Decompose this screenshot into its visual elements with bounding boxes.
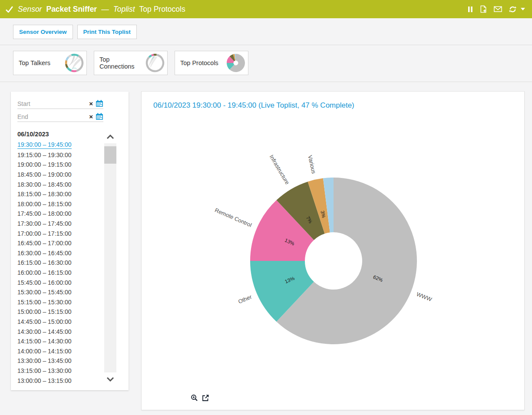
breadcrumb-separator: — [101,5,109,14]
clear-end-icon[interactable]: × [89,113,93,120]
scroll-up-icon[interactable] [104,130,116,143]
check-icon [6,6,13,13]
chord-diagram-icon [64,53,84,73]
ring-segment [152,55,154,55]
time-range-item[interactable]: 15:15:00 – 15:30:00 [17,297,100,307]
toplist-tabs: Top Talkers Top Connections Top Protocol… [13,51,248,75]
scroll-down-icon[interactable] [104,372,116,385]
time-range-item[interactable]: 16:00:00 – 16:15:00 [17,268,100,278]
donut-chart-icon [226,53,246,73]
time-range-item[interactable]: 13:15:00 – 13:30:00 [17,366,100,376]
ring-segment [67,68,71,71]
clear-start-icon[interactable]: × [89,100,93,107]
ring-segment [72,55,79,56]
email-icon[interactable] [494,6,502,12]
ring-segment [66,64,67,68]
ring-segment [149,56,152,57]
tab-top-talkers[interactable]: Top Talkers [13,51,87,75]
ring-segment [72,71,76,71]
section-type-label: Toplist [113,5,135,14]
print-toplist-button[interactable]: Print This Toplist [77,25,137,39]
tab-label: Top Connections [99,56,145,70]
open-external-icon[interactable] [202,394,209,402]
time-range-item[interactable]: 19:00:00 – 19:15:00 [17,160,100,170]
time-range-item[interactable]: 18:15:00 – 18:30:00 [17,189,100,199]
timelist-date-header: 06/10/2023 [17,131,49,138]
time-range-item[interactable]: 13:30:00 – 13:45:00 [17,356,100,366]
pause-icon[interactable] [468,6,473,13]
time-range-item[interactable]: 15:45:00 – 16:00:00 [17,277,100,287]
object-name: Packet Sniffer [46,5,97,14]
protocols-donut-chart: 62%WWW13%Other13%Remote Control7%Infrast… [142,92,525,410]
scrollbar[interactable] [104,130,116,385]
chord-diagram-icon [145,53,165,73]
toplist-chart-panel: 06/10/2023 19:30:00 - 19:45:00 (Live Top… [141,91,525,410]
time-range-item[interactable]: 17:45:00 – 18:00:00 [17,209,100,219]
scrollbar-thumb[interactable] [104,146,116,164]
slice-name-label: Various [307,155,317,175]
ring-segment [69,55,72,57]
slice-name-label: Infrastructure [268,154,291,186]
time-range-item[interactable]: 18:00:00 – 18:15:00 [17,199,100,209]
time-range-list: 19:30:00 – 19:45:0019:15:00 – 19:30:0019… [17,140,100,385]
time-range-item[interactable]: 14:15:00 – 14:30:00 [17,336,100,346]
tab-label: Top Protocols [180,59,218,66]
slice-name-label: WWW [416,291,433,303]
breadcrumb: Sensor Packet Sniffer — Toplist Top Prot… [6,5,185,14]
zoom-in-icon[interactable] [191,394,198,402]
time-range-item[interactable]: 19:30:00 – 19:45:00 [17,140,100,150]
time-range-item[interactable]: 14:45:00 – 15:00:00 [17,317,100,327]
calendar-icon[interactable] [96,100,103,107]
end-date-field: × [17,112,103,122]
time-range-item[interactable]: 14:30:00 – 14:45:00 [17,326,100,336]
header-bar: Sensor Packet Sniffer — Toplist Top Prot… [0,0,532,18]
ring-segment [66,57,69,60]
time-range-item[interactable]: 19:15:00 – 19:30:00 [17,150,100,160]
dropdown-caret-icon[interactable] [523,8,525,10]
time-range-item[interactable]: 16:45:00 – 17:00:00 [17,238,100,248]
start-date-input[interactable] [17,100,86,107]
time-range-item[interactable]: 16:15:00 – 16:30:00 [17,258,100,268]
divider [0,45,532,45]
time-range-item[interactable]: 18:45:00 – 19:00:00 [17,170,100,180]
sensor-overview-button[interactable]: Sensor Overview [13,25,73,39]
time-range-item[interactable]: 13:00:00 – 13:15:00 [17,375,100,385]
slice-name-label: Other [237,293,253,305]
page-title: Top Protocols [139,5,185,14]
time-range-item[interactable]: 17:00:00 – 17:15:00 [17,228,100,238]
ring-segment [147,55,163,71]
toolbar: Sensor Overview Print This Toplist [13,25,137,39]
time-range-item[interactable]: 17:30:00 – 17:45:00 [17,219,100,229]
time-range-item[interactable]: 18:30:00 – 18:45:00 [17,179,100,189]
tab-top-connections[interactable]: Top Connections [94,51,168,75]
calendar-icon[interactable] [96,113,103,120]
refresh-icon[interactable] [509,5,517,13]
ring-segment [66,60,66,64]
divider [0,82,532,82]
time-range-item[interactable]: 15:30:00 – 15:45:00 [17,287,100,297]
tab-label: Top Talkers [19,59,50,66]
end-date-input[interactable] [17,113,86,120]
time-range-item[interactable]: 14:00:00 – 14:15:00 [17,346,100,356]
time-range-item[interactable]: 15:00:00 – 15:15:00 [17,307,100,317]
report-icon[interactable] [479,5,487,13]
toplist-sidebar: × × [11,92,129,390]
object-type-label: Sensor [18,5,42,14]
time-range-item[interactable]: 16:30:00 – 16:45:00 [17,248,100,258]
start-date-field: × [17,99,103,109]
tab-top-protocols[interactable]: Top Protocols [175,51,248,75]
slice-name-label: Remote Control [214,207,253,228]
